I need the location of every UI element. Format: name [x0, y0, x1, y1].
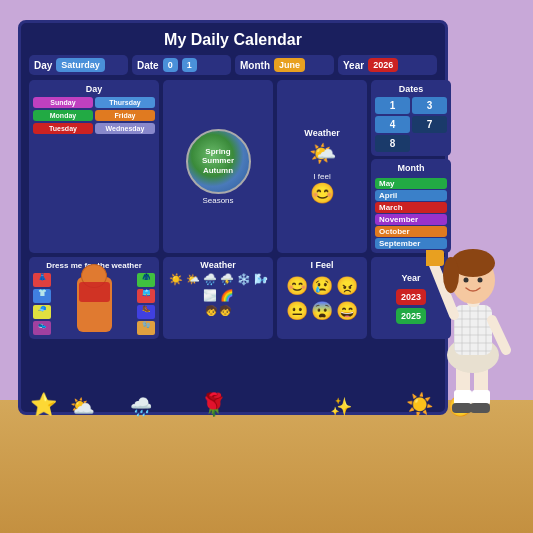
flower-deco: 🌹: [200, 392, 227, 418]
day-section: Day Sunday Thursday Monday Friday Tuesda…: [29, 80, 159, 253]
date-7[interactable]: 7: [412, 116, 447, 133]
month-may[interactable]: May: [375, 178, 447, 189]
item-glove[interactable]: 🧤: [137, 321, 155, 335]
day-value-badge[interactable]: Saturday: [56, 58, 105, 72]
weather2-label: Weather: [200, 260, 235, 270]
feel-neutral[interactable]: 😐: [286, 300, 308, 322]
weather2-section: Weather ☀️ 🌤️ 🌧️ ⛈️ ❄️ 🌬️ 🌫️ 🌈 🧒 🧒: [163, 257, 273, 339]
date-1[interactable]: 1: [375, 97, 410, 114]
item-boot[interactable]: 🥾: [137, 305, 155, 319]
day-tuesday[interactable]: Tuesday: [33, 123, 93, 134]
w-rainy[interactable]: 🌧️: [203, 273, 217, 286]
date-d2-badge[interactable]: 1: [182, 58, 197, 72]
day-section-label: Day: [33, 84, 155, 94]
day-sunday[interactable]: Sunday: [33, 97, 93, 108]
girl-figure: [426, 195, 521, 425]
item-hat[interactable]: 🧢: [33, 305, 51, 319]
dates-grid: 1 3 4 7 8: [375, 97, 447, 152]
date-header-label: Date: [137, 60, 159, 71]
item-shorts[interactable]: 🩳: [137, 289, 155, 303]
svg-rect-5: [470, 403, 490, 413]
bear-body: [77, 277, 112, 332]
cloud-deco: ⛅: [70, 394, 95, 418]
w-sunny[interactable]: ☀️: [169, 273, 183, 286]
month-value-badge[interactable]: June: [274, 58, 305, 72]
svg-point-14: [443, 257, 459, 293]
month-header-label: Month: [240, 60, 270, 71]
month-section-label: Month: [375, 163, 447, 173]
girl-svg: [426, 195, 521, 425]
day-friday[interactable]: Friday: [95, 110, 155, 121]
dress-section: Dress me for the weather 👗 👕 🧢 👟: [29, 257, 159, 339]
date-4[interactable]: 4: [375, 116, 410, 133]
day-grid: Sunday Thursday Monday Friday Tuesday We…: [33, 97, 155, 134]
w-cloudy[interactable]: 🌤️: [186, 273, 200, 286]
dates-section: Dates 1 3 4 7 8: [371, 80, 451, 156]
wall-background: My Daily Calendar Day Saturday Date 0 1 …: [0, 0, 533, 533]
feel-sad[interactable]: 😢: [311, 275, 333, 297]
w-fog[interactable]: 🌫️: [203, 289, 217, 302]
svg-rect-4: [452, 403, 472, 413]
weather-people: 🧒 🧒: [205, 305, 231, 316]
year-header-section: Year 2026: [338, 55, 437, 75]
feel-icons: 😊 😢 😠 😐 😨 😄: [280, 275, 364, 322]
w-rainbow[interactable]: 🌈: [220, 289, 234, 302]
svg-point-16: [478, 278, 483, 283]
svg-rect-8: [454, 305, 492, 355]
board-title: My Daily Calendar: [29, 31, 437, 49]
bear-shirt: [79, 282, 110, 302]
star2-deco: ✨: [330, 396, 352, 418]
ifeel-section: I Feel 😊 😢 😠 😐 😨 😄: [277, 257, 367, 339]
w-snow[interactable]: ❄️: [237, 273, 251, 286]
day-wednesday[interactable]: Wednesday: [95, 123, 155, 134]
weather-label: Weather: [304, 128, 339, 138]
feel-happy[interactable]: 😊: [286, 275, 308, 297]
date-header-section: Date 0 1: [132, 55, 231, 75]
w-storm[interactable]: ⛈️: [220, 273, 234, 286]
year-header-label: Year: [343, 60, 364, 71]
item-shoe[interactable]: 👟: [33, 321, 51, 335]
seasons-text: Seasons: [202, 196, 233, 205]
weather-icon: 🌤️: [309, 141, 336, 167]
feel-icon: 😊: [310, 181, 335, 205]
raindrop-deco: 🌧️: [130, 396, 152, 418]
dates-label: Dates: [375, 84, 447, 94]
year-2023[interactable]: 2023: [396, 289, 426, 305]
seasons-labels: SpringSummerAutumn: [202, 147, 234, 176]
bear-container: [54, 273, 134, 335]
ifeel2-label: I Feel: [310, 260, 333, 270]
person-2: 🧒: [219, 305, 231, 316]
person-1: 🧒: [205, 305, 217, 316]
month-header-section: Month June: [235, 55, 334, 75]
dress-content: 👗 👕 🧢 👟 🧥: [33, 273, 155, 335]
day-thursday[interactable]: Thursday: [95, 97, 155, 108]
svg-point-15: [464, 278, 469, 283]
weather-section: Weather 🌤️ I feel 😊: [277, 80, 367, 253]
svg-rect-3: [472, 390, 490, 405]
svg-rect-17: [426, 250, 444, 266]
day-header-section: Day Saturday: [29, 55, 128, 75]
day-monday[interactable]: Monday: [33, 110, 93, 121]
day-header-label: Day: [34, 60, 52, 71]
year-value-badge[interactable]: 2026: [368, 58, 398, 72]
item-jacket[interactable]: 🧥: [137, 273, 155, 287]
feel-excited[interactable]: 😄: [336, 300, 358, 322]
item-shirt[interactable]: 👕: [33, 289, 51, 303]
feel-angry[interactable]: 😠: [336, 275, 358, 297]
date-8[interactable]: 8: [375, 135, 410, 152]
year-2025[interactable]: 2025: [396, 308, 426, 324]
clothing-left: 👗 👕 🧢 👟: [33, 273, 51, 335]
globe: SpringSummerAutumn: [186, 129, 251, 194]
svg-rect-2: [454, 390, 472, 405]
star-deco: ⭐: [30, 392, 57, 418]
weather-icons: ☀️ 🌤️ 🌧️ ⛈️ ❄️ 🌬️ 🌫️ 🌈: [166, 273, 270, 302]
top-row: Day Saturday Date 0 1 Month June Year 20…: [29, 55, 437, 75]
seasons-section: SpringSummerAutumn Seasons: [163, 80, 273, 253]
w-wind[interactable]: 🌬️: [254, 273, 268, 286]
feel-scared[interactable]: 😨: [311, 300, 333, 322]
ifeel-label: I feel: [313, 172, 330, 181]
date-d1-badge[interactable]: 0: [163, 58, 178, 72]
clothing-right: 🧥 🩳 🥾 🧤: [137, 273, 155, 335]
date-3[interactable]: 3: [412, 97, 447, 114]
item-dress[interactable]: 👗: [33, 273, 51, 287]
